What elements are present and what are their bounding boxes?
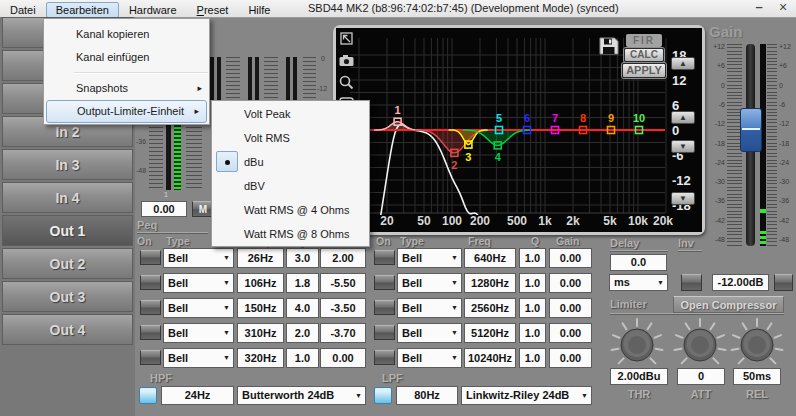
peq-right-row4-freq-input[interactable]: 5120Hz bbox=[464, 323, 516, 343]
peq-left-row3-type-select[interactable]: Bell▼ bbox=[163, 298, 234, 318]
peq-right-row3-freq-input[interactable]: 2560Hz bbox=[464, 298, 516, 318]
lpf-freq-input[interactable]: 80Hz bbox=[396, 386, 458, 405]
peq-left-row4-gain-input[interactable]: -3.70 bbox=[320, 323, 366, 343]
peq-left-row1-type-select[interactable]: Bell▼ bbox=[163, 248, 234, 268]
menubar-item-hilfe[interactable]: Hilfe bbox=[238, 2, 280, 18]
peq-left-row4-q-input[interactable]: 2.0 bbox=[286, 323, 319, 343]
peq-left-row5-on-button[interactable] bbox=[140, 350, 161, 365]
menu-item-volt-rms[interactable]: Volt RMS bbox=[212, 126, 369, 150]
peq-right-row3-q-input[interactable]: 1.0 bbox=[519, 298, 546, 318]
peq-left-row2-freq-input[interactable]: 106Hz bbox=[237, 273, 284, 293]
menubar-item-hardware[interactable]: Hardware bbox=[119, 2, 187, 18]
peq-right-row2-q-input[interactable]: 1.0 bbox=[519, 273, 546, 293]
peq-left-row1-on-button[interactable] bbox=[140, 250, 161, 265]
peq-right-row2-on-button[interactable] bbox=[374, 275, 395, 290]
limiter-thr-value[interactable]: 2.00dBu bbox=[610, 368, 668, 385]
inv-toggle-button[interactable] bbox=[681, 274, 702, 291]
limiter-knob-rel[interactable] bbox=[729, 317, 785, 373]
peq-right-row2-freq-input[interactable]: 1280Hz bbox=[464, 273, 516, 293]
peq-right-row2-type-select[interactable]: Bell▼ bbox=[397, 273, 462, 293]
limiter-knob-att[interactable] bbox=[672, 317, 728, 373]
delay-value-input[interactable]: 0.0 bbox=[610, 254, 667, 271]
hpf-freq-input[interactable]: 24Hz bbox=[161, 386, 234, 405]
close-icon[interactable]: × bbox=[772, 0, 794, 15]
peq-left-row5-q-input[interactable]: 1.0 bbox=[286, 348, 319, 368]
peq-left-row4-freq-input[interactable]: 310Hz bbox=[237, 323, 284, 343]
scale-up-icon[interactable]: ▲ bbox=[671, 111, 695, 124]
lpf-type-select[interactable]: Linkwitz-Riley 24dB ▼ bbox=[461, 386, 592, 405]
peq-left-row2-q-input[interactable]: 1.8 bbox=[286, 273, 319, 293]
peq-left-row4-on-button[interactable] bbox=[140, 325, 161, 340]
peq-left-row4-type-select[interactable]: Bell▼ bbox=[163, 323, 234, 343]
menubar-item-preset[interactable]: Preset bbox=[187, 2, 239, 18]
hpf-enable-checkbox[interactable] bbox=[139, 387, 157, 404]
menu-item-volt-peak[interactable]: Volt Peak bbox=[212, 102, 369, 126]
peq-right-row4-type-select[interactable]: Bell▼ bbox=[397, 323, 462, 343]
open-compressor-button[interactable]: Open Compressor bbox=[673, 296, 784, 313]
lpf-enable-checkbox[interactable] bbox=[374, 387, 392, 404]
menu-item-watt-rms-8-ohms[interactable]: Watt RMS @ 8 Ohms bbox=[212, 222, 369, 246]
pan-icon[interactable] bbox=[338, 30, 355, 47]
scale-up-icon[interactable]: ▲ bbox=[671, 57, 695, 70]
calc-button[interactable]: CALC bbox=[624, 48, 664, 62]
limiter-rel-value[interactable]: 50ms bbox=[733, 368, 781, 385]
peq-left-row5-type-select[interactable]: Bell▼ bbox=[163, 348, 234, 368]
sidebar-channel-out1[interactable]: Out 1 bbox=[2, 215, 133, 246]
menu-item-kanal-einf-gen[interactable]: Kanal einfügen bbox=[44, 46, 209, 69]
peq-left-row5-gain-input[interactable]: 0.00 bbox=[320, 348, 366, 368]
peq-right-row4-on-button[interactable] bbox=[374, 325, 395, 340]
peq-right-row1-q-input[interactable]: 1.0 bbox=[519, 248, 546, 268]
peq-left-row2-on-button[interactable] bbox=[140, 275, 161, 290]
peq-left-row1-freq-input[interactable]: 26Hz bbox=[237, 248, 284, 268]
sidebar-channel-in3[interactable]: In 3 bbox=[2, 149, 133, 180]
peq-right-row5-gain-input[interactable]: 0.00 bbox=[549, 348, 592, 368]
menu-item-output-limiter-einheit[interactable]: Output-Limiter-Einheit▸ bbox=[46, 100, 207, 123]
channel-gain-input[interactable]: 0.00 bbox=[141, 201, 187, 217]
peq-left-row1-gain-input[interactable]: 2.00 bbox=[320, 248, 366, 268]
peq-right-row3-on-button[interactable] bbox=[374, 300, 395, 315]
delay-unit-select[interactable]: ms ▼ bbox=[609, 274, 668, 291]
peq-left-row1-q-input[interactable]: 3.0 bbox=[286, 248, 319, 268]
sidebar-channel-in4[interactable]: In 4 bbox=[2, 182, 133, 213]
peq-right-row5-q-input[interactable]: 1.0 bbox=[519, 348, 546, 368]
peq-left-row2-type-select[interactable]: Bell▼ bbox=[163, 273, 234, 293]
peq-right-row3-gain-input[interactable]: 0.00 bbox=[549, 298, 592, 318]
peq-right-row1-type-select[interactable]: Bell▼ bbox=[397, 248, 462, 268]
menubar-item-bearbeiten[interactable]: Bearbeiten bbox=[46, 2, 119, 18]
hpf-type-select[interactable]: Butterworth 24dB ▼ bbox=[237, 386, 366, 405]
output-gain-readout[interactable]: -12.00dB bbox=[712, 274, 769, 291]
scale-down-icon[interactable]: ▼ bbox=[671, 192, 695, 205]
peq-left-row3-on-button[interactable] bbox=[140, 300, 161, 315]
sidebar-channel-out3[interactable]: Out 3 bbox=[2, 281, 133, 312]
peq-right-row5-type-select[interactable]: Bell▼ bbox=[397, 348, 462, 368]
menu-item-dbu[interactable]: dBu bbox=[212, 150, 369, 174]
sidebar-channel-out2[interactable]: Out 2 bbox=[2, 248, 133, 279]
gain-fader-handle[interactable] bbox=[740, 108, 762, 152]
peq-right-row3-type-select[interactable]: Bell▼ bbox=[397, 298, 462, 318]
zoom-icon[interactable] bbox=[338, 74, 355, 91]
peq-right-row4-gain-input[interactable]: 0.00 bbox=[549, 323, 592, 343]
peq-right-row5-freq-input[interactable]: 10240Hz bbox=[464, 348, 516, 368]
peq-right-row2-gain-input[interactable]: 0.00 bbox=[549, 273, 592, 293]
limiter-att-value[interactable]: 0 bbox=[677, 368, 725, 385]
gain-link-button[interactable] bbox=[774, 274, 793, 291]
save-icon[interactable] bbox=[598, 36, 620, 60]
menu-item-watt-rms-4-ohms[interactable]: Watt RMS @ 4 Ohms bbox=[212, 198, 369, 222]
peq-right-row1-on-button[interactable] bbox=[374, 250, 395, 265]
peq-right-row1-freq-input[interactable]: 640Hz bbox=[464, 248, 516, 268]
scale-down-icon[interactable]: ▼ bbox=[671, 140, 695, 153]
menu-item-dbv[interactable]: dBV bbox=[212, 174, 369, 198]
peq-left-row2-gain-input[interactable]: -5.50 bbox=[320, 273, 366, 293]
camera-icon[interactable] bbox=[338, 52, 355, 69]
peq-left-row3-freq-input[interactable]: 150Hz bbox=[237, 298, 284, 318]
menubar-item-datei[interactable]: Datei bbox=[0, 2, 46, 18]
menu-item-snapshots[interactable]: Snapshots▸ bbox=[44, 77, 209, 100]
peq-left-row5-freq-input[interactable]: 320Hz bbox=[237, 348, 284, 368]
peq-right-row5-on-button[interactable] bbox=[374, 350, 395, 365]
sidebar-channel-out4[interactable]: Out 4 bbox=[2, 314, 133, 345]
menu-item-kanal-kopieren[interactable]: Kanal kopieren bbox=[44, 23, 209, 46]
peq-right-row1-gain-input[interactable]: 0.00 bbox=[549, 248, 592, 268]
minimize-icon[interactable]: – bbox=[748, 0, 770, 15]
limiter-knob-thr[interactable] bbox=[609, 317, 665, 373]
apply-button[interactable]: APPLY bbox=[622, 63, 666, 78]
